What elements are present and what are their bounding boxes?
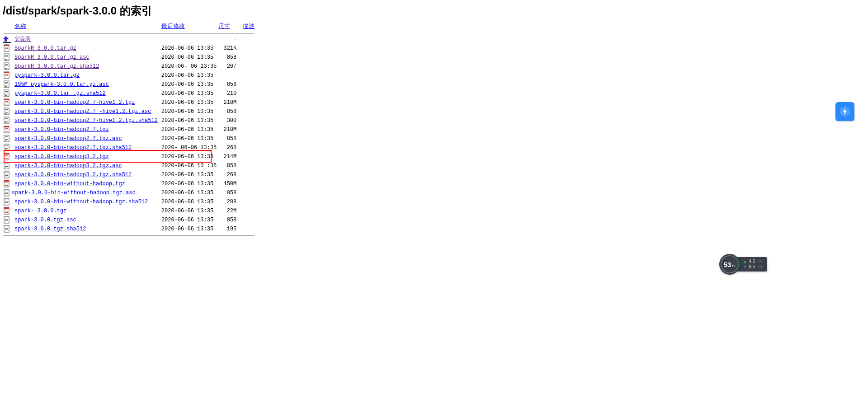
file-link[interactable]: spark-3.0.0-bin-hadoop3.2.tgz.sha512	[14, 172, 132, 178]
table-row: spark-3.0.0-bin-hadoop2.7.tgz.asc2020-06…	[3, 134, 255, 143]
svg-rect-33	[5, 101, 8, 102]
file-link[interactable]: spark-3.0.0-bin-hadoop2.7 -hive1.2.tgz.a…	[14, 108, 151, 115]
file-link[interactable]: spark-3.0.0-bin-hadoop2.7.tgz	[14, 126, 109, 133]
svg-rect-27	[5, 91, 8, 92]
svg-rect-95	[5, 212, 8, 213]
svg-rect-100	[5, 222, 7, 222]
svg-rect-79	[5, 184, 8, 184]
file-link[interactable]: spark-3.0.0-bin-without-hadoop.tgz.asc	[12, 190, 136, 196]
svg-rect-102	[5, 227, 8, 227]
svg-rect-70	[5, 168, 7, 168]
svg-rect-62	[4, 153, 9, 155]
file-link[interactable]: spark-3.0.0.tgz.sha512	[14, 226, 86, 232]
svg-rect-22	[5, 82, 8, 83]
file-link[interactable]: spark-3.0.0-bin-hadoop3.2.tgz	[14, 154, 109, 160]
file-size: 268	[218, 170, 236, 179]
file-size: 214M	[218, 152, 236, 161]
file-modified: 2020- 06-06 13:35	[161, 143, 218, 152]
svg-rect-7	[5, 55, 8, 56]
svg-rect-20	[5, 77, 8, 77]
table-row: spark-3.0.0.tgz.sha5122020-06-06 13:3519…	[3, 225, 255, 234]
svg-rect-10	[5, 59, 7, 60]
svg-rect-93	[5, 210, 8, 210]
svg-rect-8	[5, 56, 8, 57]
svg-rect-67	[5, 164, 8, 164]
svg-rect-75	[5, 177, 7, 177]
svg-rect-103	[5, 228, 8, 229]
table-row: spark-3.0.0-bin-hadoop2.7.tgz2020-06-06 …	[3, 125, 255, 134]
file-modified: 2020-06-06 13:35	[161, 107, 218, 116]
file-link[interactable]: pyspark-3.0.0.tar .gz.sha512	[14, 90, 106, 97]
file-link[interactable]: spark-3.0.0.tgz.asc	[14, 217, 76, 223]
thunder-extension-icon[interactable]	[835, 102, 854, 121]
table-row: pyspark-3.0.0.tar .gz.sha512 2020-06-06 …	[3, 89, 255, 98]
svg-rect-35	[5, 104, 8, 104]
archive-icon	[3, 126, 12, 134]
file-link[interactable]: spark- 3.0.0.tgz	[14, 208, 66, 214]
file-modified: 2020-06-06 13:35	[161, 44, 218, 53]
file-link[interactable]: spark-3.0.0-bin-without-hadoop.tgz	[14, 181, 125, 187]
svg-rect-45	[5, 122, 7, 123]
file-modified: 2020-06-06 13:35	[161, 179, 218, 188]
file-modified: 2020-06-06 13:35	[161, 170, 218, 179]
svg-rect-53	[5, 138, 8, 138]
file-link[interactable]: pyspark-3.0.0.tar.gz	[14, 72, 80, 79]
file-modified: 2020-06-06 13:35	[161, 89, 218, 98]
svg-rect-47	[4, 126, 9, 127]
svg-rect-69	[5, 166, 8, 167]
table-row: SparkR_3.0.0.tar.gz2020-06-06 13:35321K	[3, 44, 255, 53]
header-modified[interactable]: 最后修改	[161, 23, 185, 29]
file-modified: 2020-06-06 13:35	[161, 71, 218, 80]
file-link[interactable]: SparkR_3.0.0.tar.gz.sha512	[14, 63, 99, 70]
svg-rect-52	[5, 136, 8, 137]
archive-icon	[3, 44, 12, 52]
archive-icon	[3, 71, 12, 80]
file-size	[218, 71, 236, 80]
file-size: 858	[218, 188, 236, 197]
table-row: SparkR_3.0.0.tar.gz.asc2020-06-06 13:358…	[3, 53, 255, 62]
file-size: 858	[218, 107, 236, 116]
file-link[interactable]: spark-3.0.0-bin-hadoop2.7.tgz.asc	[14, 136, 122, 142]
parent-dir-link[interactable]: 父目录	[14, 36, 31, 42]
table-row: spark-3.0.0-bin-hadoop2.7-hive1.2.tgz202…	[3, 98, 255, 107]
svg-rect-18	[5, 74, 8, 75]
header-name[interactable]: 名称	[14, 23, 26, 29]
file-link[interactable]: spark-3.0.0-bin-without-hadoop.tgz.sha51…	[14, 199, 148, 205]
svg-rect-82	[5, 191, 8, 191]
file-modified: 2020-06- 06 13:35	[161, 62, 218, 71]
back-icon	[3, 35, 12, 43]
text-icon	[3, 80, 12, 89]
table-row: spark-3.0.0-bin-hadoop2.7.tgz.sha5122020…	[3, 143, 255, 152]
svg-rect-4	[5, 48, 8, 49]
file-link[interactable]: 195M pyspark-3.0.0.tar.gz.asc	[14, 81, 109, 88]
listing-header: 名称 最后修改 尺寸 描述	[3, 22, 255, 32]
svg-rect-105	[5, 231, 7, 231]
header-desc[interactable]: 描述	[243, 23, 255, 29]
svg-rect-28	[5, 93, 8, 93]
text-icon	[3, 144, 12, 152]
archive-icon	[3, 207, 12, 215]
text-icon	[3, 53, 12, 61]
text-icon	[3, 225, 12, 233]
file-link[interactable]: spark-3.0.0-bin-hadoop2.7.tgz.sha512	[14, 145, 132, 151]
table-row: pyspark-3.0.0.tar.gz2020-06-06 13:35	[3, 71, 255, 80]
archive-icon	[3, 98, 12, 107]
svg-rect-80	[5, 185, 8, 186]
svg-rect-32	[4, 99, 9, 100]
text-icon	[3, 171, 12, 179]
file-modified: 2020-06-06 13:35	[161, 134, 218, 143]
text-icon	[3, 216, 12, 224]
header-size[interactable]: 尺寸	[218, 23, 230, 29]
svg-rect-65	[5, 158, 8, 159]
table-row: spark- 3.0.0.tgz 2020-06-06 13:3522M	[3, 206, 255, 215]
file-link[interactable]: spark-3.0.0-bin-hadoop2.7-hive1.2.tgz.sh…	[14, 117, 158, 124]
table-row: spark-3.0.0-bin-hadoop2.7 -hive1.2.tgz.a…	[3, 107, 255, 116]
file-modified: 2020-06-06 13:35	[161, 197, 218, 206]
file-modified: 2020-06-06 13:35	[161, 152, 218, 161]
file-link[interactable]: SparkR_3.0.0.tar.gz	[14, 45, 76, 52]
svg-rect-55	[5, 140, 7, 141]
file-link[interactable]: spark-3.0.0-bin-hadoop3.2.tgz.asc	[14, 163, 122, 169]
file-size: 858	[218, 161, 236, 170]
file-link[interactable]: SparkR_3.0.0.tar.gz.asc	[14, 54, 90, 61]
file-link[interactable]: spark-3.0.0-bin-hadoop2.7-hive1.2.tgz	[14, 99, 135, 106]
